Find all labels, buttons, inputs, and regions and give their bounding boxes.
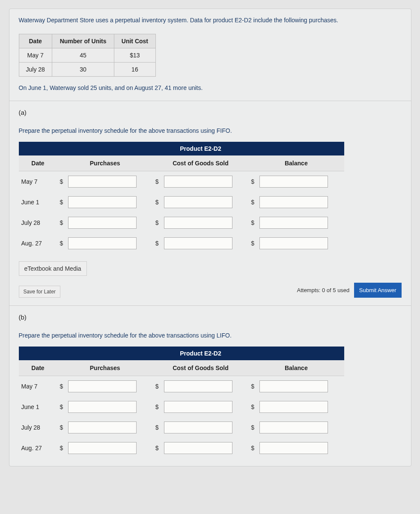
table-row: June 1 $ $ $: [19, 397, 344, 417]
part-b: (b) Prepare the perpetual inventory sche…: [9, 305, 411, 458]
lifo-cogs-input-1[interactable]: [164, 380, 232, 392]
col-units: Number of Units: [52, 34, 114, 48]
currency-symbol: $: [57, 376, 66, 397]
part-a-prompt: Prepare the perpetual inventory schedule…: [19, 127, 402, 134]
part-b-prompt: Prepare the perpetual inventory schedule…: [19, 332, 402, 339]
currency-symbol: $: [153, 397, 161, 417]
row-date: June 1: [19, 397, 57, 417]
lifo-purchases-input-3[interactable]: [68, 421, 137, 433]
hdr-balance: Balance: [248, 155, 344, 171]
sale-note: On June 1, Waterway sold 25 units, and o…: [9, 84, 411, 101]
cell: 45: [52, 48, 114, 63]
fifo-purchases-input-2[interactable]: [68, 196, 137, 208]
table-row: July 28 $ $ $: [19, 212, 344, 233]
hdr-cogs: Cost of Goods Sold: [153, 155, 248, 171]
fifo-cogs-input-2[interactable]: [164, 196, 232, 208]
fifo-balance-input-2[interactable]: [259, 196, 328, 208]
band-spacer: [248, 347, 344, 360]
table-row: May 7 $ $ $: [19, 376, 344, 397]
band-spacer: [19, 142, 153, 155]
intro-text: Waterway Department Store uses a perpetu…: [9, 17, 411, 29]
hdr-date: Date: [19, 360, 57, 376]
currency-symbol: $: [57, 233, 66, 254]
purchases-data-table: Date Number of Units Unit Cost May 7 45 …: [19, 34, 156, 77]
hdr-purchases: Purchases: [57, 360, 153, 376]
cell: July 28: [19, 63, 52, 77]
etextbook-media-button[interactable]: eTextbook and Media: [19, 261, 87, 276]
currency-symbol: $: [153, 417, 161, 438]
col-cost: Unit Cost: [114, 34, 155, 48]
currency-symbol: $: [248, 417, 257, 438]
currency-symbol: $: [248, 376, 257, 397]
hdr-purchases: Purchases: [57, 155, 153, 171]
row-date: Aug. 27: [19, 233, 57, 254]
fifo-balance-input-3[interactable]: [259, 217, 328, 229]
currency-symbol: $: [248, 192, 257, 212]
currency-symbol: $: [248, 438, 257, 458]
submit-answer-button[interactable]: Submit Answer: [354, 283, 402, 298]
table-row: Aug. 27 $ $ $: [19, 438, 344, 458]
currency-symbol: $: [57, 397, 66, 417]
currency-symbol: $: [57, 192, 66, 212]
lifo-cogs-input-4[interactable]: [164, 442, 232, 454]
currency-symbol: $: [248, 212, 257, 233]
fifo-purchases-input-3[interactable]: [68, 217, 137, 229]
lifo-balance-input-3[interactable]: [259, 421, 328, 433]
attempts-text: Attempts: 0 of 5 used: [297, 287, 349, 293]
band-spacer: [19, 347, 153, 360]
table-row: Aug. 27 $ $ $: [19, 233, 344, 254]
fifo-cogs-input-3[interactable]: [164, 217, 232, 229]
lifo-balance-input-1[interactable]: [259, 380, 328, 392]
lifo-purchases-input-2[interactable]: [68, 401, 137, 413]
currency-symbol: $: [248, 233, 257, 254]
cell: 16: [114, 63, 155, 77]
table-row: May 7 $ $ $: [19, 171, 344, 192]
currency-symbol: $: [153, 171, 161, 192]
hdr-balance: Balance: [248, 360, 344, 376]
row-date: June 1: [19, 192, 57, 212]
row-date: July 28: [19, 212, 57, 233]
fifo-balance-input-4[interactable]: [259, 237, 328, 249]
table-row: June 1 $ $ $: [19, 192, 344, 212]
currency-symbol: $: [248, 397, 257, 417]
hdr-cogs: Cost of Goods Sold: [153, 360, 248, 376]
hdr-date: Date: [19, 155, 57, 171]
fifo-cogs-input-4[interactable]: [164, 237, 232, 249]
row-date: May 7: [19, 171, 57, 192]
table-row: May 7 45 $13: [19, 48, 155, 63]
lifo-cogs-input-3[interactable]: [164, 421, 232, 433]
currency-symbol: $: [57, 171, 66, 192]
currency-symbol: $: [57, 417, 66, 438]
lifo-balance-input-2[interactable]: [259, 401, 328, 413]
currency-symbol: $: [153, 376, 161, 397]
product-band: Product E2-D2: [153, 347, 248, 360]
fifo-purchases-input-1[interactable]: [68, 176, 137, 188]
currency-symbol: $: [57, 212, 66, 233]
table-row: July 28 $ $ $: [19, 417, 344, 438]
fifo-balance-input-1[interactable]: [259, 176, 328, 188]
cell: May 7: [19, 48, 52, 63]
product-band: Product E2-D2: [153, 142, 248, 155]
row-date: Aug. 27: [19, 438, 57, 458]
lifo-balance-input-4[interactable]: [259, 442, 328, 454]
currency-symbol: $: [153, 212, 161, 233]
fifo-cogs-input-1[interactable]: [164, 176, 232, 188]
currency-symbol: $: [57, 438, 66, 458]
currency-symbol: $: [153, 438, 161, 458]
lifo-schedule-table: Product E2-D2 Date Purchases Cost of Goo…: [19, 347, 344, 458]
lifo-purchases-input-1[interactable]: [68, 380, 137, 392]
row-date: May 7: [19, 376, 57, 397]
cell: $13: [114, 48, 155, 63]
lifo-purchases-input-4[interactable]: [68, 442, 137, 454]
row-date: July 28: [19, 417, 57, 438]
table-row: July 28 30 16: [19, 63, 155, 77]
lifo-cogs-input-2[interactable]: [164, 401, 232, 413]
currency-symbol: $: [153, 233, 161, 254]
question-container: Waterway Department Store uses a perpetu…: [9, 9, 411, 466]
fifo-purchases-input-4[interactable]: [68, 237, 137, 249]
part-a: (a) Prepare the perpetual inventory sche…: [9, 101, 411, 305]
col-date: Date: [19, 34, 52, 48]
fifo-schedule-table: Product E2-D2 Date Purchases Cost of Goo…: [19, 142, 344, 254]
save-for-later-button[interactable]: Save for Later: [19, 286, 60, 298]
part-b-label: (b): [19, 314, 402, 321]
